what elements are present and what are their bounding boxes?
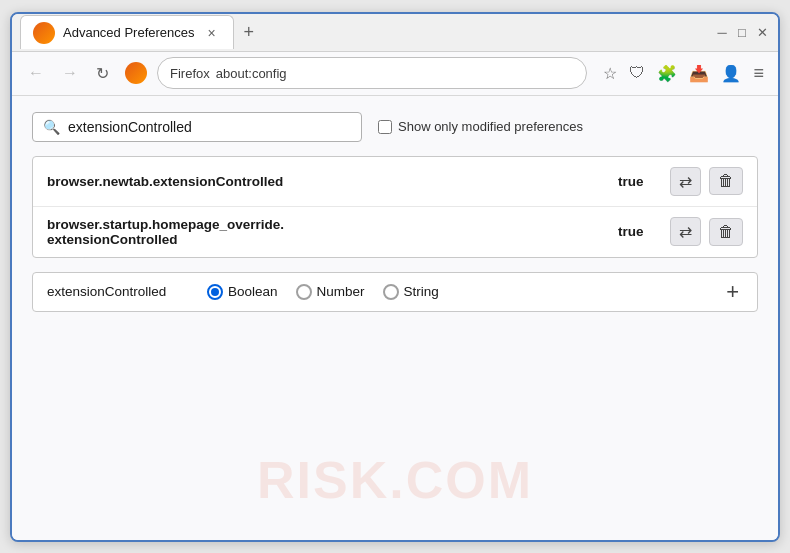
download-icon[interactable]: 📥 <box>687 62 711 85</box>
results-table: browser.newtab.extensionControlled true … <box>32 156 758 258</box>
new-tab-button[interactable]: + <box>238 23 261 41</box>
pref-value: true <box>618 224 658 239</box>
star-icon[interactable]: ☆ <box>601 62 619 85</box>
delete-button[interactable]: 🗑 <box>709 167 743 195</box>
radio-string[interactable]: String <box>383 284 439 300</box>
search-input[interactable] <box>68 119 351 135</box>
radio-boolean-inner <box>211 288 219 296</box>
reload-button[interactable]: ↻ <box>90 60 115 87</box>
tab-close-btn[interactable]: × <box>203 24 221 42</box>
browser-name: Firefox <box>170 66 210 81</box>
pref-name-line2: extensionControlled <box>47 232 606 247</box>
address-bar[interactable]: Firefox about:config <box>157 57 587 89</box>
content-area: RISK.COM 🔍 Show only modified preference… <box>12 96 778 540</box>
radio-number[interactable]: Number <box>296 284 365 300</box>
new-pref-name: extensionControlled <box>47 284 187 299</box>
add-preference-row: extensionControlled Boolean Number Strin… <box>32 272 758 312</box>
pref-name-multiline: browser.startup.homepage_override. exten… <box>47 217 606 247</box>
table-row[interactable]: browser.newtab.extensionControlled true … <box>33 157 757 207</box>
radio-boolean-label: Boolean <box>228 284 278 299</box>
watermark: RISK.COM <box>257 450 533 510</box>
search-input-wrapper: 🔍 <box>32 112 362 142</box>
nav-icons: ☆ 🛡 🧩 📥 👤 <box>601 62 743 85</box>
toggle-button[interactable]: ⇄ <box>670 217 701 246</box>
search-icon: 🔍 <box>43 119 60 135</box>
browser-window: Advanced Preferences × + ─ □ ✕ ← → ↻ Fir… <box>10 12 780 542</box>
radio-number-label: Number <box>317 284 365 299</box>
radio-number-circle <box>296 284 312 300</box>
navigation-bar: ← → ↻ Firefox about:config ☆ 🛡 🧩 📥 👤 ≡ <box>12 52 778 96</box>
table-row[interactable]: browser.startup.homepage_override. exten… <box>33 207 757 257</box>
type-radio-group: Boolean Number String <box>207 284 702 300</box>
show-modified-checkbox-area[interactable]: Show only modified preferences <box>378 119 583 134</box>
back-button[interactable]: ← <box>22 60 50 86</box>
radio-string-circle <box>383 284 399 300</box>
profile-icon[interactable]: 👤 <box>719 62 743 85</box>
address-url: about:config <box>216 66 287 81</box>
extension-icon[interactable]: 🧩 <box>655 62 679 85</box>
window-controls: ─ □ ✕ <box>714 24 770 40</box>
tab-title: Advanced Preferences <box>63 25 195 40</box>
tab-favicon <box>33 22 55 44</box>
add-pref-button[interactable]: + <box>722 281 743 303</box>
pref-name: browser.newtab.extensionControlled <box>47 174 606 189</box>
forward-button[interactable]: → <box>56 60 84 86</box>
close-button[interactable]: ✕ <box>754 24 770 40</box>
show-modified-label: Show only modified preferences <box>398 119 583 134</box>
firefox-logo <box>125 62 147 84</box>
row-actions: ⇄ 🗑 <box>670 217 743 246</box>
delete-button[interactable]: 🗑 <box>709 218 743 246</box>
row-actions: ⇄ 🗑 <box>670 167 743 196</box>
radio-boolean-circle <box>207 284 223 300</box>
minimize-button[interactable]: ─ <box>714 24 730 40</box>
toggle-button[interactable]: ⇄ <box>670 167 701 196</box>
restore-button[interactable]: □ <box>734 24 750 40</box>
pref-name-line1: browser.startup.homepage_override. <box>47 217 606 232</box>
title-bar: Advanced Preferences × + ─ □ ✕ <box>12 14 778 52</box>
pref-value: true <box>618 174 658 189</box>
radio-string-label: String <box>404 284 439 299</box>
active-tab[interactable]: Advanced Preferences × <box>20 15 234 49</box>
show-modified-checkbox[interactable] <box>378 120 392 134</box>
radio-boolean[interactable]: Boolean <box>207 284 278 300</box>
shield-icon[interactable]: 🛡 <box>627 62 647 84</box>
search-bar: 🔍 Show only modified preferences <box>32 112 758 142</box>
menu-button[interactable]: ≡ <box>749 59 768 88</box>
